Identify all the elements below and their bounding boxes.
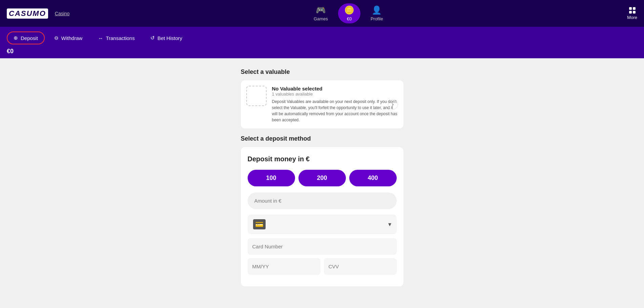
more-grid-icon [629, 7, 636, 14]
deposit-money-title: Deposit money in € [248, 155, 397, 163]
bet-history-icon: ↺ [150, 35, 155, 41]
card-icon-wrap: 💳 [253, 219, 266, 229]
card-number-input[interactable] [248, 238, 397, 255]
amount-btn-200[interactable]: 200 [298, 170, 346, 186]
card-method-selector[interactable]: 💳 ▾ [248, 214, 397, 234]
bet-history-tab-label: Bet History [158, 35, 182, 41]
nav-balance[interactable]: 🪙 €0 [338, 3, 360, 23]
valuable-description: Deposit Valuables are available on your … [272, 99, 398, 123]
cvv-input[interactable] [324, 258, 397, 275]
amount-btn-100[interactable]: 100 [248, 170, 295, 186]
amount-input-wrap [248, 192, 397, 209]
coins-icon: 🪙 [344, 5, 354, 15]
more-button[interactable]: More [627, 7, 637, 20]
games-icon: 🎮 [316, 5, 326, 15]
nav-games-label: Games [314, 16, 328, 21]
nav-games[interactable]: 🎮 Games [314, 5, 328, 21]
deposit-section-title: Select a deposit method [241, 135, 403, 142]
withdraw-tab-label: Withdraw [61, 35, 83, 41]
valuable-arrow-button[interactable]: › [388, 99, 398, 109]
deposit-tab-label: Deposit [21, 35, 38, 41]
transactions-tab-label: Transactions [106, 35, 134, 41]
credit-card-icon: 💳 [253, 219, 266, 229]
sub-nav: ⊕ Deposit ⊖ Withdraw ↔ Transactions ↺ Be… [7, 27, 637, 44]
withdraw-icon: ⊖ [54, 35, 59, 41]
deposit-method-box: Deposit money in € 100 200 400 💳 ▾ [241, 147, 403, 286]
sub-header: ⊕ Deposit ⊖ Withdraw ↔ Transactions ↺ Be… [0, 27, 644, 58]
casino-link[interactable]: Casino [55, 11, 70, 16]
balance-display: €0 [7, 44, 637, 58]
deposit-section: Select a deposit method Deposit money in… [241, 135, 403, 286]
transactions-tab[interactable]: ↔ Transactions [92, 33, 141, 44]
expiry-input[interactable] [248, 258, 320, 275]
amount-buttons-row: 100 200 400 [248, 170, 397, 186]
valuable-info: No Valuable selected 1 valuables availab… [272, 86, 398, 123]
balance-value: €0 [7, 48, 14, 55]
withdraw-tab[interactable]: ⊖ Withdraw [48, 32, 89, 44]
valuable-subtitle: 1 valuables available [272, 91, 398, 97]
valuable-box: No Valuable selected 1 valuables availab… [241, 80, 403, 128]
bet-history-tab[interactable]: ↺ Bet History [144, 32, 188, 44]
header-left: CASUMO Casino [7, 8, 69, 19]
card-expiry-cvv-row [248, 258, 397, 278]
nav-balance-label: €0 [347, 16, 352, 21]
more-label: More [627, 15, 637, 20]
header-nav: 🎮 Games 🪙 €0 👤 Profile [314, 3, 383, 23]
deposit-tab[interactable]: ⊕ Deposit [7, 32, 45, 44]
valuable-section-title: Select a valuable [241, 68, 403, 76]
nav-profile-label: Profile [371, 16, 383, 21]
chevron-down-icon: ▾ [388, 221, 391, 228]
main-content: Select a valuable No Valuable selected 1… [0, 58, 644, 296]
profile-icon: 👤 [372, 5, 382, 15]
main-header: CASUMO Casino 🎮 Games 🪙 €0 👤 Profile Mor… [0, 0, 644, 27]
transactions-icon: ↔ [98, 35, 103, 41]
amount-btn-400[interactable]: 400 [349, 170, 397, 186]
amount-input[interactable] [248, 192, 397, 209]
valuable-section: Select a valuable No Valuable selected 1… [241, 68, 403, 128]
valuable-image-placeholder [246, 86, 267, 106]
logo-text: CASUMO [9, 9, 46, 18]
nav-profile[interactable]: 👤 Profile [371, 5, 383, 21]
valuable-title: No Valuable selected [272, 86, 398, 91]
logo[interactable]: CASUMO [7, 8, 48, 19]
deposit-icon: ⊕ [14, 35, 18, 41]
